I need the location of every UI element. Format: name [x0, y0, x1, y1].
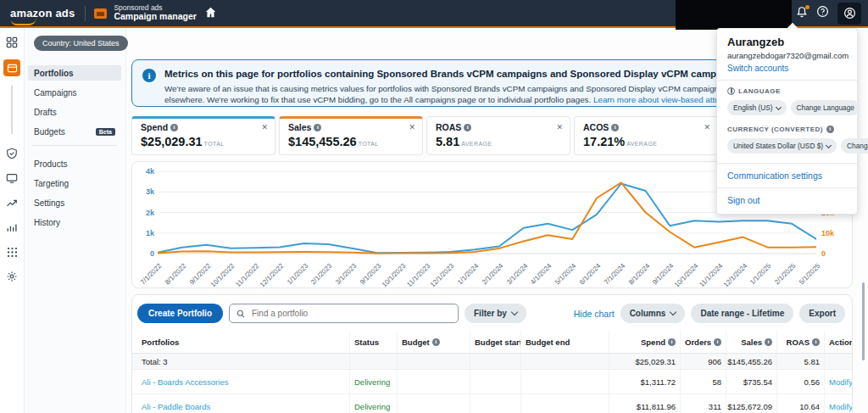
info-icon[interactable]	[314, 124, 321, 131]
sidebar-item-history[interactable]: History	[28, 215, 121, 230]
info-icon[interactable]	[812, 338, 820, 346]
export-label: Export	[809, 309, 836, 318]
apps-grid-icon[interactable]	[4, 244, 19, 260]
search-icon	[236, 306, 245, 321]
sidebar-item-campaigns[interactable]: Campaigns	[28, 85, 121, 100]
sign-out-link[interactable]: Sign out	[727, 195, 847, 205]
bar-chart-icon[interactable]	[4, 220, 19, 235]
table-header-row: PortfoliosStatusBudgetBudget startBudget…	[132, 331, 852, 354]
notifications-bell-icon[interactable]	[796, 6, 808, 21]
sales-cell: $145,455.26	[726, 354, 776, 369]
hide-chart-link[interactable]: Hide chart	[574, 309, 615, 319]
column-header-roas[interactable]: ROAS	[776, 331, 824, 353]
info-icon[interactable]	[668, 338, 676, 346]
info-icon[interactable]	[464, 124, 471, 131]
info-icon[interactable]	[714, 338, 721, 346]
search-input[interactable]	[250, 308, 451, 319]
sidebar-item-drafts[interactable]: Drafts	[28, 104, 121, 120]
column-header-budget-start[interactable]: Budget start	[470, 331, 520, 353]
info-icon[interactable]	[765, 338, 772, 346]
dashboard-icon[interactable]	[4, 35, 19, 50]
column-header-actions[interactable]: Actions	[824, 331, 852, 353]
export-button[interactable]: Export	[799, 304, 845, 323]
display-icon[interactable]	[4, 170, 19, 186]
close-icon[interactable]: ✕	[409, 123, 415, 131]
table-row: Ali - Boards AccessoriesDelivering$1,311…	[132, 370, 852, 394]
column-header-spend[interactable]: Spend	[609, 331, 680, 353]
change-language-button[interactable]: Change Language	[791, 100, 860, 115]
info-icon[interactable]	[432, 338, 440, 346]
trending-icon[interactable]	[4, 195, 19, 210]
modify-link[interactable]: Modify	[824, 394, 852, 413]
sidebar-item-products[interactable]: Products	[28, 156, 121, 171]
communication-settings-link[interactable]: Communication settings	[727, 170, 847, 181]
scrollbar-thumb[interactable]	[862, 282, 865, 360]
help-icon[interactable]	[816, 5, 829, 21]
columns-button[interactable]: Columns	[620, 304, 686, 323]
create-portfolio-button[interactable]: Create Portfolio	[137, 304, 223, 323]
table-row: Ali - Paddle BoardsDelivering$11,811.963…	[132, 394, 852, 413]
metric-value: 17.21%	[583, 135, 625, 148]
amazon-ads-logo[interactable]: amazon ads	[10, 7, 75, 20]
roas-cell-text: 10.64	[799, 402, 820, 411]
y-axis-label-right: 0	[821, 249, 847, 258]
filter-by-button[interactable]: Filter by	[465, 304, 526, 323]
gear-icon[interactable]	[4, 269, 19, 284]
switch-accounts-link[interactable]: Switch accounts	[727, 64, 847, 73]
filter-by-label: Filter by	[474, 309, 507, 318]
orders-cell: 58	[680, 370, 726, 393]
sidebar-item-label: Budgets	[34, 127, 65, 137]
close-icon[interactable]: ✕	[556, 123, 563, 131]
campaigns-icon[interactable]	[3, 59, 20, 76]
sidebar-item-targeting[interactable]: Targeting	[28, 176, 121, 191]
currency-value: United States Dollar (USD $)	[733, 142, 823, 150]
header-divider	[85, 6, 86, 21]
roas-cell-text: 0.56	[804, 377, 821, 387]
portfolio-search[interactable]	[229, 304, 459, 323]
info-icon[interactable]	[611, 124, 619, 131]
column-header-status[interactable]: Status	[349, 331, 397, 353]
column-header-label: Spend	[641, 338, 665, 347]
y-axis-label: 3k	[134, 187, 154, 196]
metric-value: $145,455.26	[288, 135, 357, 148]
country-badge[interactable]: Country: United States	[34, 36, 128, 51]
scrollbar-track[interactable]	[862, 28, 865, 413]
info-icon[interactable]	[170, 124, 178, 131]
sidebar-item-label: Portfolios	[34, 69, 74, 78]
info-icon[interactable]	[826, 126, 834, 133]
currency-label-text: CURRENCY (CONVERTED)	[727, 126, 823, 133]
shield-icon[interactable]	[4, 146, 19, 161]
app-title-block[interactable]: Sponsored ads Campaign manager	[114, 4, 196, 22]
portfolio-link[interactable]: Ali - Boards Accessories	[137, 377, 349, 387]
column-header-orders[interactable]: Orders	[680, 331, 726, 353]
modify-link-text: Modify	[829, 402, 852, 411]
close-icon[interactable]: ✕	[261, 123, 268, 131]
column-header-portfolios[interactable]: Portfolios	[137, 338, 349, 347]
metric-card-roas[interactable]: ROAS ✕ 5.81AVERAGE	[426, 116, 570, 155]
home-icon[interactable]	[205, 6, 216, 21]
currency-select[interactable]: United States Dollar (USD $)	[727, 138, 837, 153]
language-select[interactable]: English (US)	[727, 100, 787, 115]
sidebar-divider	[32, 145, 117, 146]
currency-section-label: CURRENCY (CONVERTED)	[727, 126, 847, 133]
column-header-budget[interactable]: Budget	[397, 331, 470, 353]
portfolio-link[interactable]: Ali - Paddle Boards	[137, 402, 349, 411]
y-axis-label: 1k	[134, 229, 154, 237]
metric-card-sales[interactable]: Sales ✕ $145,455.26TOTAL	[279, 116, 423, 155]
modify-link[interactable]: Modify	[824, 370, 852, 393]
column-header-label: ROAS	[787, 338, 810, 347]
sidebar-item-budgets[interactable]: BudgetsBeta	[28, 124, 121, 139]
sidebar-item-portfolios[interactable]: Portfolios	[28, 65, 121, 81]
metric-card-spend[interactable]: Spend ✕ $25,029.31TOTAL	[131, 116, 275, 155]
close-icon[interactable]: ✕	[704, 123, 710, 131]
budget-cell	[397, 394, 470, 413]
budget-end-cell	[520, 354, 609, 369]
metric-suffix: AVERAGE	[626, 141, 657, 147]
account-icon[interactable]	[837, 3, 861, 25]
date-range-button[interactable]: Date range - Lifetime	[691, 304, 793, 323]
column-header-budget-end[interactable]: Budget end	[520, 331, 609, 353]
sidebar-item-settings[interactable]: Settings	[28, 195, 121, 210]
metric-card-acos[interactable]: ACOS ✕ 17.21%AVERAGE	[574, 116, 718, 155]
column-header-sales[interactable]: Sales	[726, 331, 776, 353]
account-name: Aurangzeb	[727, 36, 847, 48]
